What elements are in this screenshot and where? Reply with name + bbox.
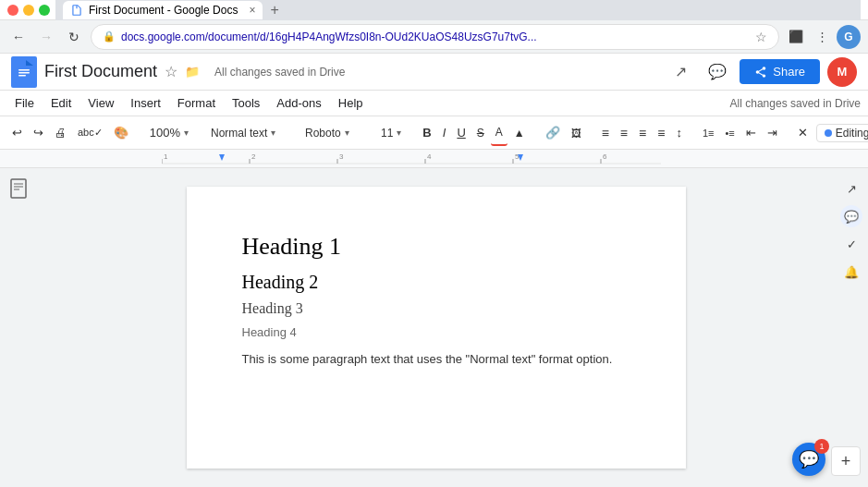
docs-app-icon	[11, 56, 37, 88]
address-box[interactable]: 🔒 docs.google.com/document/d/16gH4P4AngW…	[91, 24, 779, 50]
browser-toolbar-right: ⬛ ⋮ G	[785, 25, 861, 49]
pages-icon[interactable]	[7, 177, 30, 200]
underline-button[interactable]: U	[452, 120, 470, 146]
style-arrow: ▾	[271, 128, 275, 138]
doc-page[interactable]: Heading 1 Heading 2 Heading 3 Heading 4 …	[187, 187, 686, 469]
chat-badge: 1	[814, 439, 829, 454]
increase-indent-button[interactable]: ⇥	[763, 120, 782, 146]
text-style-select[interactable]: Normal text ▾	[205, 120, 288, 146]
menu-insert[interactable]: Insert	[123, 93, 168, 113]
tasks-sidebar-icon[interactable]: ✓	[840, 233, 862, 255]
editing-dot	[825, 129, 832, 137]
heading4: Heading 4	[242, 324, 630, 341]
explore-button[interactable]: ↗	[666, 57, 695, 87]
menu-format[interactable]: Format	[170, 93, 223, 113]
link-button[interactable]: 🔗	[541, 120, 565, 146]
docs-logo	[15, 60, 33, 84]
comments-sidebar-icon[interactable]: 💬	[840, 205, 862, 227]
refresh-button[interactable]: ↻	[63, 26, 85, 48]
explore-sidebar-icon[interactable]: ↗	[840, 177, 862, 200]
notifications-sidebar-icon[interactable]: 🔔	[840, 261, 862, 283]
svg-text:4: 4	[427, 152, 432, 161]
bold-button[interactable]: B	[418, 120, 435, 146]
tab-close-icon[interactable]: ×	[249, 4, 255, 17]
left-indent-handle	[219, 154, 225, 161]
doc-title: First Document	[44, 62, 157, 81]
align-left-button[interactable]: ≡	[597, 120, 614, 146]
decrease-indent-button[interactable]: ⇤	[741, 120, 761, 146]
editing-label: Editing	[836, 127, 868, 140]
menu-edit[interactable]: Edit	[43, 93, 79, 113]
browser-avatar[interactable]: G	[837, 25, 861, 49]
svg-text:6: 6	[603, 152, 607, 161]
menu-help[interactable]: Help	[331, 93, 371, 113]
menu-tools[interactable]: Tools	[225, 93, 267, 113]
folder-icon[interactable]: 📁	[185, 65, 200, 79]
maximize-button[interactable]	[39, 5, 50, 16]
menu-addons[interactable]: Add-ons	[269, 93, 328, 113]
justify-button[interactable]: ≡	[653, 120, 669, 146]
back-button[interactable]: ←	[7, 26, 30, 48]
lock-icon: 🔒	[103, 30, 116, 43]
browser-menu-button[interactable]: ⋮	[811, 26, 833, 48]
main-layout: Heading 1 Heading 2 Heading 3 Heading 4 …	[0, 168, 868, 487]
svg-text:1: 1	[164, 152, 168, 161]
numbered-list-button[interactable]: 1≡	[698, 120, 719, 146]
ruler-svg: 1 2 3 4 5 6	[162, 150, 661, 168]
close-button[interactable]	[7, 5, 18, 16]
spellcheck-button[interactable]: abc✓	[73, 120, 107, 146]
zoom-select[interactable]: 100% ▾	[144, 120, 194, 146]
active-tab[interactable]: First Document - Google Docs ×	[63, 1, 263, 19]
tab-bar: First Document - Google Docs × +	[55, 0, 861, 20]
add-float-button[interactable]: +	[831, 446, 861, 476]
editing-mode-select[interactable]: Editing ▾	[816, 124, 868, 142]
font-select[interactable]: Roboto ▾	[300, 120, 364, 146]
print-button[interactable]: 🖨	[50, 120, 71, 146]
star-icon[interactable]: ☆	[165, 63, 177, 80]
heading3: Heading 3	[242, 299, 630, 319]
bookmark-icon[interactable]: ☆	[755, 30, 767, 44]
font-arrow: ▾	[345, 128, 349, 138]
paragraph-text: This is some paragraph text that uses th…	[242, 350, 630, 369]
highlight-button[interactable]: ▲	[509, 120, 530, 146]
align-right-button[interactable]: ≡	[634, 120, 651, 146]
italic-button[interactable]: I	[438, 120, 451, 146]
menu-view[interactable]: View	[80, 93, 121, 113]
svg-rect-2	[18, 72, 30, 74]
undo-button[interactable]: ↩	[7, 120, 27, 146]
share-button[interactable]: Share	[740, 59, 820, 84]
user-avatar[interactable]: M	[827, 57, 857, 87]
font-size-select[interactable]: 11 ▾	[375, 120, 407, 146]
image-button[interactable]: 🖼	[567, 120, 586, 146]
forward-button[interactable]: →	[35, 26, 57, 48]
app-header: First Document ☆ 📁 All changes saved in …	[0, 54, 868, 91]
align-center-button[interactable]: ≡	[616, 120, 632, 146]
clear-format-button[interactable]: ✕	[793, 120, 813, 146]
svg-text:2: 2	[251, 152, 256, 161]
paint-format-button[interactable]: 🎨	[109, 120, 133, 146]
heading1: Heading 1	[242, 231, 630, 262]
traffic-lights	[7, 5, 50, 16]
ruler: 1 2 3 4 5 6	[0, 150, 868, 168]
right-sidebar: ↗ 💬 ✓ 🔔	[835, 168, 868, 487]
new-tab-button[interactable]: +	[270, 2, 278, 18]
header-right: ↗ 💬 Share M	[666, 57, 857, 87]
line-spacing-button[interactable]: ↕	[671, 120, 687, 146]
minimize-button[interactable]	[23, 5, 34, 16]
extensions-button[interactable]: ⬛	[785, 26, 807, 48]
chat-float-button[interactable]: 💬 1	[792, 443, 825, 476]
text-color-button[interactable]: A	[491, 120, 507, 146]
address-text: docs.google.com/document/d/16gH4P4AngWfz…	[121, 30, 750, 43]
tab-title: First Document - Google Docs	[89, 4, 238, 17]
address-bar-row: ← → ↻ 🔒 docs.google.com/document/d/16gH4…	[0, 20, 868, 54]
zoom-arrow: ▾	[184, 128, 189, 138]
svg-rect-17	[11, 179, 26, 198]
menu-file[interactable]: File	[7, 93, 42, 113]
redo-button[interactable]: ↪	[29, 120, 48, 146]
bullet-list-button[interactable]: •≡	[720, 120, 739, 146]
strikethrough-button[interactable]: S	[472, 120, 489, 146]
comments-button[interactable]: 💬	[703, 57, 732, 87]
left-sidebar	[0, 168, 37, 487]
heading2: Heading 2	[242, 270, 630, 294]
title-bar: First Document - Google Docs × +	[0, 0, 868, 20]
